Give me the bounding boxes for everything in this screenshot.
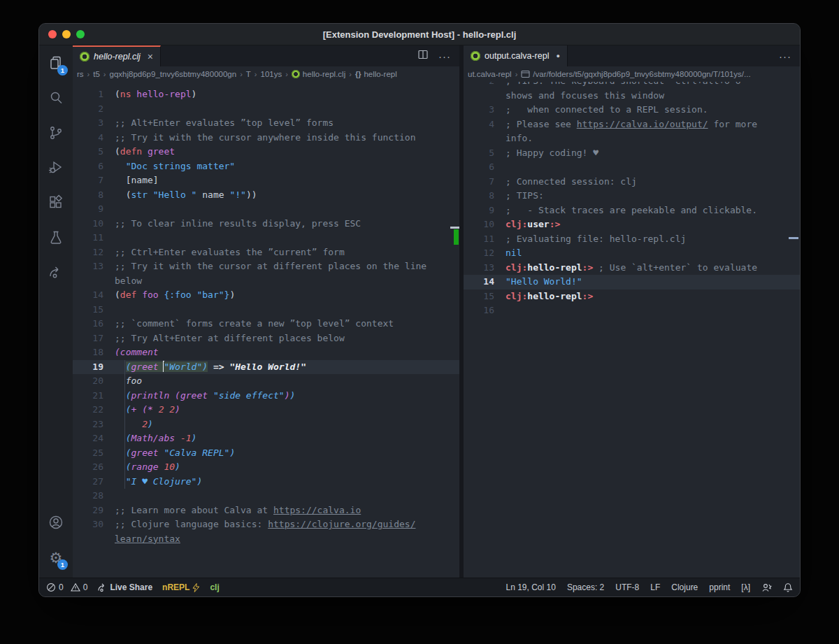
code-line[interactable]: shows and focuses this window xyxy=(464,89,800,103)
bell-icon[interactable] xyxy=(783,582,793,593)
code-line[interactable]: 12;; Ctrl+Enter evaluates the ”current” … xyxy=(73,245,459,260)
code-line[interactable]: 9; - Stack traces are peekable and click… xyxy=(464,203,800,218)
line-number: 20 xyxy=(73,374,103,389)
breadcrumb-path[interactable]: /var/folders/t5/gqxhj8pd6p9_tnvy6sbtmy48… xyxy=(533,70,750,78)
live-share-activity-icon[interactable] xyxy=(39,255,73,290)
close-tab-icon[interactable]: × xyxy=(148,51,153,62)
explorer-icon[interactable]: 1 xyxy=(39,45,73,80)
editor-hello-repl[interactable]: 1(ns hello-repl)23;; Alt+Enter evaluates… xyxy=(73,82,459,578)
code-line[interactable]: 27 "I ♥ Clojure") xyxy=(73,475,459,489)
code-line[interactable]: 24 (Math/abs -1) xyxy=(73,431,459,446)
code-line[interactable]: 25 (greet "Calva REPL") xyxy=(73,446,459,461)
extensions-icon[interactable] xyxy=(39,185,73,220)
code-line[interactable]: 11; Evaluating file: hello-repl.clj xyxy=(464,232,800,247)
code-line[interactable]: 10;; To clear inline results display, pr… xyxy=(73,217,459,231)
editor-output-calva-repl[interactable]: 2; TIPS: The keyboard shortcut `ctrl+alt… xyxy=(459,82,800,578)
code-line[interactable]: 8; TIPS: xyxy=(464,189,800,203)
line-number: 15 xyxy=(464,289,494,304)
search-icon[interactable] xyxy=(39,80,73,115)
test-icon[interactable] xyxy=(39,220,73,255)
feedback-icon[interactable] xyxy=(761,582,772,593)
code-line[interactable]: 7; Connected session: clj xyxy=(464,175,800,189)
code-line[interactable]: 22 (+ (* 2 2) xyxy=(73,403,459,417)
breadcrumb-item[interactable]: 101ys xyxy=(261,70,282,78)
breadcrumb-item[interactable]: t5 xyxy=(93,70,100,78)
line-number: 5 xyxy=(464,146,494,161)
code-line[interactable]: 2 xyxy=(73,102,459,117)
code-line[interactable]: 5; Happy coding! ♥ xyxy=(464,146,800,161)
code-line[interactable]: 7 [name] xyxy=(73,173,459,188)
account-icon[interactable] xyxy=(39,505,73,540)
breadcrumb-item[interactable]: T xyxy=(246,70,251,78)
line-number: 16 xyxy=(73,317,103,331)
line-number: 8 xyxy=(73,188,103,203)
code-line[interactable]: info. xyxy=(464,131,800,146)
calva-file-icon xyxy=(292,70,300,78)
eol-status[interactable]: LF xyxy=(650,582,660,592)
code-line[interactable]: 11 xyxy=(73,231,459,245)
vscode-window: [Extension Development Host] - hello-rep… xyxy=(38,23,801,597)
code-line[interactable]: 10clj:user:> xyxy=(464,217,800,232)
code-line[interactable]: 20 foo xyxy=(73,374,459,389)
code-line[interactable]: 9 xyxy=(73,202,459,217)
code-line[interactable]: 6 "Doc strings matter" xyxy=(73,159,459,174)
code-line[interactable]: 4;; Try it with the cursor anywhere insi… xyxy=(73,131,459,145)
code-line[interactable]: 13;; Try it with the cursor at different… xyxy=(73,259,459,274)
code-line[interactable]: 1(ns hello-repl) xyxy=(73,87,459,102)
code-line[interactable]: 16;; `comment` forms create a new ”top l… xyxy=(73,317,459,331)
source-control-icon[interactable] xyxy=(39,115,73,150)
tab-output-calva-repl[interactable]: output.calva-repl ● xyxy=(464,45,568,66)
code-line[interactable]: 17;; Try Alt+Enter at different places b… xyxy=(73,331,459,346)
code-line[interactable]: 16 xyxy=(464,303,800,318)
breadcrumb-file[interactable]: hello-repl.clj xyxy=(303,70,345,78)
code-line[interactable]: 14"Hello World!" xyxy=(464,275,800,289)
line-number: 13 xyxy=(464,261,494,276)
calva-lambda-status[interactable]: [λ] xyxy=(741,582,750,592)
repl-session-type[interactable]: clj xyxy=(210,582,219,592)
run-debug-icon[interactable] xyxy=(39,150,73,185)
code-line[interactable]: 29;; Learn more about Calva at https://c… xyxy=(73,503,459,518)
code-line[interactable]: 30;; Clojure language basics: https://cl… xyxy=(73,517,459,532)
tab-hello-repl[interactable]: hello-repl.clj × xyxy=(73,45,161,66)
code-line[interactable]: learn/syntax xyxy=(73,532,459,547)
code-line[interactable]: 26 (range 10) xyxy=(73,460,459,475)
code-line[interactable]: below xyxy=(73,274,459,289)
code-line[interactable]: 13clj:hello-repl:> ; Use `alt+enter` to … xyxy=(464,261,800,276)
settings-gear-icon[interactable]: ⚙ 1 xyxy=(39,540,73,575)
line-number: 10 xyxy=(464,217,494,232)
pprint-status[interactable]: pprint xyxy=(709,582,730,592)
cursor-position-status[interactable]: Ln 19, Col 10 xyxy=(506,582,556,592)
code-line[interactable]: 3; when connected to a REPL session. xyxy=(464,103,800,117)
code-line[interactable]: 23 2) xyxy=(73,417,459,432)
code-line[interactable]: 2; TIPS: The keyboard shortcut `ctrl+alt… xyxy=(464,82,800,89)
indentation-status[interactable]: Spaces: 2 xyxy=(567,582,604,592)
code-line[interactable]: 19 (greet "World") => "Hello World!" xyxy=(73,360,459,375)
code-line[interactable]: 21 (println (greet "side effect")) xyxy=(73,389,459,403)
more-actions-icon[interactable]: ··· xyxy=(779,50,791,62)
more-actions-icon[interactable]: ··· xyxy=(438,50,451,62)
code-line[interactable]: 18(comment xyxy=(73,345,459,360)
code-line[interactable]: 8 (str "Hello " name "!")) xyxy=(73,188,459,203)
breadcrumb-item[interactable]: rs xyxy=(77,70,84,78)
code-line[interactable]: 12nil xyxy=(464,246,800,261)
code-line[interactable]: 28 xyxy=(73,489,459,503)
modified-dot-icon[interactable]: ● xyxy=(556,52,559,59)
language-mode-status[interactable]: Clojure xyxy=(671,582,698,592)
problems-status[interactable]: 0 0 xyxy=(46,582,87,592)
code-line[interactable]: 5(defn greet xyxy=(73,145,459,159)
code-line[interactable]: 14(def foo {:foo "bar"}) xyxy=(73,288,459,303)
split-editor-icon[interactable] xyxy=(417,49,429,63)
breadcrumb-symbol[interactable]: hello-repl xyxy=(364,70,396,78)
live-share-status[interactable]: Live Share xyxy=(97,582,152,592)
code-line[interactable]: 4; Please see https://calva.io/output/ f… xyxy=(464,117,800,132)
encoding-status[interactable]: UTF-8 xyxy=(615,582,639,592)
code-line[interactable]: 3;; Alt+Enter evaluates ”top level” form… xyxy=(73,116,459,131)
desktop: [Extension Development Host] - hello-rep… xyxy=(0,0,839,644)
code-line[interactable]: 15 xyxy=(73,303,459,317)
breadcrumb-item[interactable]: gqxhj8pd6p9_tnvy6sbtmy480000gn xyxy=(110,70,237,78)
breadcrumb-item[interactable]: ut.calva-repl xyxy=(468,70,512,78)
code-line[interactable]: 15clj:hello-repl:> xyxy=(464,289,800,304)
nrepl-status[interactable]: nREPL xyxy=(162,582,200,592)
breadcrumb-left: rs›t5›gqxhj8pd6p9_tnvy6sbtmy480000gn›T›1… xyxy=(73,66,459,82)
code-line[interactable]: 6 xyxy=(464,160,800,175)
